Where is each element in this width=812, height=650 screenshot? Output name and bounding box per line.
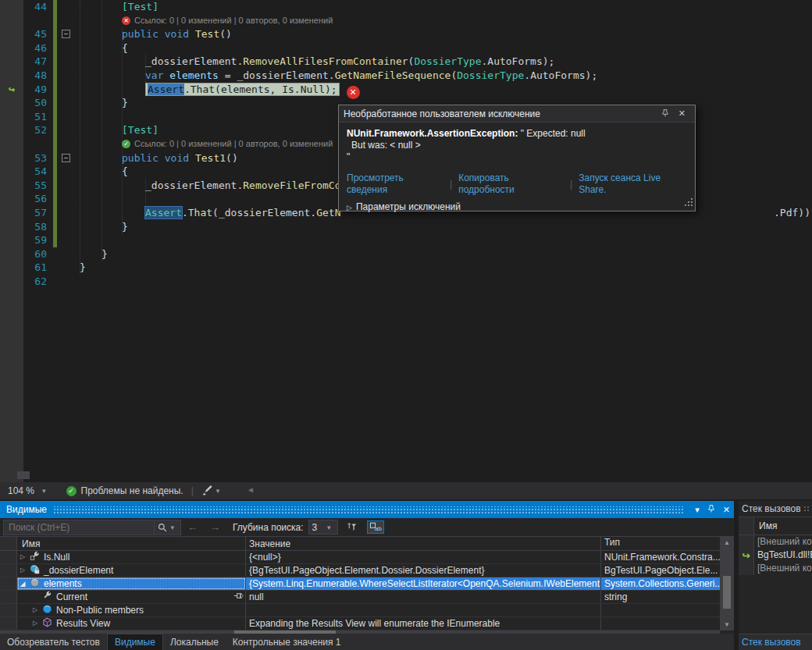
search-caret-icon[interactable]: ▾ (167, 524, 177, 531)
code-line[interactable]: ↪49Assert.That(elements, Is.Null);✕ (0, 83, 812, 97)
breakpoint-margin[interactable] (0, 233, 23, 247)
value-cell[interactable]: null (246, 591, 601, 603)
watch-row-elements[interactable]: ◢elements{System.Linq.Enumerable.WhereSe… (0, 577, 720, 591)
code-line[interactable]: 61} (0, 261, 812, 275)
scrollbar-corner-thumb[interactable] (17, 471, 30, 479)
tab-видимые[interactable]: Видимые (107, 634, 163, 650)
expand-icon[interactable]: ▷ (17, 564, 28, 577)
breakpoint-margin[interactable] (0, 110, 23, 124)
pin-icon[interactable] (657, 108, 674, 119)
exception-settings-expander[interactable]: ▷Параметры исключений (347, 201, 687, 214)
breakpoint-margin[interactable] (0, 27, 23, 41)
name-cell[interactable]: ◢elements (17, 577, 246, 590)
resize-grip-icon[interactable] (685, 198, 693, 209)
fold-toggle[interactable]: − (62, 154, 70, 162)
zoom-dropdown-caret[interactable]: ▾ (39, 487, 49, 495)
watch-row-current[interactable]: Currentnullstring (0, 591, 720, 604)
titlebar-grip[interactable] (53, 506, 685, 513)
breakpoint-margin[interactable] (0, 55, 23, 69)
value-cell[interactable]: Expanding the Results View will enumerat… (246, 617, 601, 630)
breakpoint-margin[interactable] (0, 123, 23, 137)
breakpoint-margin[interactable] (0, 247, 23, 261)
name-cell[interactable]: ▷Non-Public members (17, 604, 246, 616)
breakpoint-margin[interactable] (0, 179, 23, 193)
code-line[interactable]: 46{ (0, 41, 812, 55)
breakpoint-margin[interactable] (0, 220, 23, 234)
column-name[interactable]: Имя (17, 537, 246, 550)
column-value[interactable]: Значение (246, 537, 601, 550)
code-text[interactable]: } (73, 220, 812, 234)
code-text[interactable]: [Test] (73, 0, 812, 14)
search-icon[interactable]: ▾ (154, 520, 180, 535)
name-cell[interactable]: ▷Results View (17, 617, 246, 630)
breakpoint-margin[interactable] (0, 41, 23, 55)
value-cell[interactable]: {BgTestUI.PageObject.Element.Dossier.Dos… (246, 564, 601, 577)
call-stack-frame[interactable]: [Внешний ко (739, 562, 812, 575)
code-text[interactable] (73, 233, 812, 247)
expand-icon[interactable]: ▷ (17, 551, 28, 563)
code-text[interactable] (73, 275, 812, 289)
call-stack-titlebar[interactable]: Стек вызовов (739, 501, 812, 517)
pin-icon[interactable] (703, 504, 719, 515)
breakpoint-margin[interactable] (0, 206, 23, 220)
close-icon[interactable]: ✕ (719, 505, 734, 515)
tab-call-stack[interactable]: Стек вызовов (739, 634, 812, 650)
breakpoint-margin[interactable]: ↪ (0, 83, 23, 97)
health-status[interactable]: Проблемы не найдены. (81, 485, 183, 496)
hscrollbar-left-arrow[interactable]: ◄ (247, 485, 255, 494)
watch-row--dossierelement[interactable]: ▷_dossierElement{BgTestUI.PageObject.Ele… (0, 564, 720, 577)
titlebar-grip[interactable] (803, 506, 810, 512)
pin-filter-icon[interactable] (346, 522, 358, 532)
breakpoint-margin[interactable] (0, 137, 23, 151)
collapse-icon[interactable]: ◢ (17, 577, 28, 590)
column-name[interactable]: Имя (754, 520, 777, 531)
expand-icon[interactable]: ▷ (30, 617, 41, 630)
back-arrow-icon[interactable]: ← (181, 521, 204, 533)
breakpoint-margin[interactable] (0, 151, 23, 165)
breakpoint-margin[interactable] (0, 192, 23, 206)
code-line[interactable]: 47_dossierElement.RemoveAllFilesFromCont… (0, 55, 812, 69)
breakpoint-margin[interactable] (0, 275, 23, 289)
autos-titlebar[interactable]: Видимые ▾ ✕ (0, 501, 734, 518)
breakpoint-margin[interactable] (0, 165, 23, 179)
name-cell[interactable]: ▷_dossierElement (17, 564, 246, 577)
code-line[interactable]: 45−public void Test() (0, 27, 812, 41)
zoom-level[interactable]: 104 % (0, 485, 39, 496)
breakpoint-margin[interactable] (0, 0, 23, 14)
forward-arrow-icon[interactable]: → (204, 521, 226, 533)
call-stack-frame[interactable]: ↪BgTestUI.dll!B (739, 549, 812, 562)
tab-контрольные-значения-1[interactable]: Контрольные значения 1 (226, 634, 348, 650)
watch-vertical-scrollbar[interactable]: ▲ ▼ (720, 537, 734, 630)
code-text[interactable]: { (73, 41, 812, 55)
copy-details-link[interactable]: Копировать подробности (458, 172, 564, 196)
breakpoint-margin[interactable] (0, 14, 23, 28)
value-cell[interactable] (246, 604, 601, 616)
code-text[interactable]: public void Test() (73, 27, 812, 41)
code-text[interactable]: var elements = _dossierElement.GetNameFi… (73, 69, 812, 83)
code-text[interactable]: _dossierElement.RemoveAllFilesFromContai… (73, 55, 812, 69)
value-cell[interactable]: {<null>} (246, 551, 601, 563)
breakpoint-margin[interactable] (0, 261, 23, 275)
code-cleanup-icon[interactable] (201, 485, 213, 498)
live-share-link[interactable]: Запуск сеанса Live Share. (579, 172, 687, 196)
scroll-down-icon[interactable]: ▼ (720, 621, 734, 628)
window-position-caret-icon[interactable]: ▾ (691, 505, 703, 515)
code-line[interactable]: 44[Test] (0, 0, 812, 14)
code-editor[interactable]: 44[Test]✕Ссылок: 0 | 0 изменений | 0 авт… (0, 0, 812, 482)
pin-member-icon[interactable] (233, 591, 245, 603)
codelens-text[interactable]: ✕Ссылок: 0 | 0 изменений | 0 авторов, 0 … (73, 14, 812, 28)
name-cell[interactable]: Current (17, 591, 246, 603)
code-text[interactable]: } (73, 247, 812, 261)
breakpoint-margin[interactable] (0, 69, 23, 83)
codelens-row[interactable]: ✕Ссылок: 0 | 0 изменений | 0 авторов, 0 … (0, 14, 812, 28)
code-text[interactable]: Assert.That(elements, Is.Null);✕ (73, 83, 812, 97)
code-line[interactable]: 48var elements = _dossierElement.GetName… (0, 69, 812, 83)
scrollbar-thumb[interactable] (723, 576, 731, 609)
code-line[interactable]: 60} (0, 247, 812, 261)
code-line[interactable]: 58} (0, 220, 812, 234)
search-box[interactable]: ▾ (3, 520, 181, 535)
tab-локальные[interactable]: Локальные (163, 634, 226, 650)
view-details-link[interactable]: Просмотреть сведения (347, 172, 443, 196)
watch-row-results-view[interactable]: ▷Results ViewExpanding the Results View … (0, 617, 720, 630)
column-type[interactable]: Тип (601, 537, 720, 550)
